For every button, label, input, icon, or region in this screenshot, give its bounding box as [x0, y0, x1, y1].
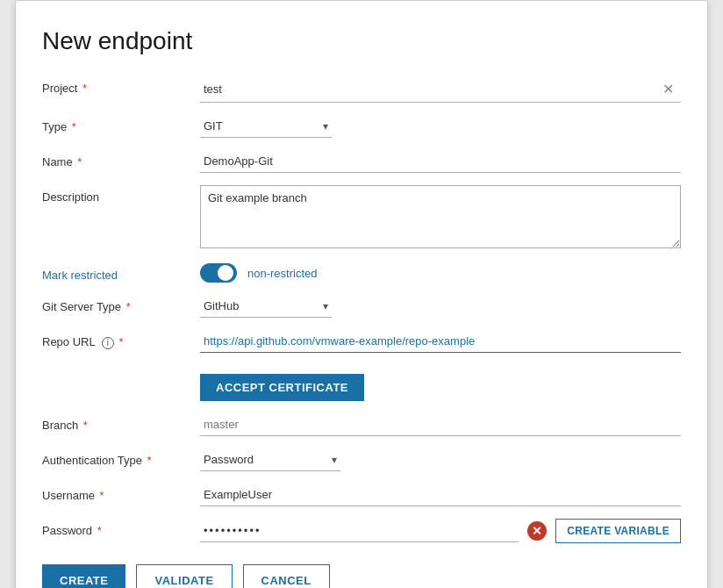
cancel-button[interactable]: CANCEL: [243, 564, 330, 588]
password-error-icon: ✕: [527, 521, 547, 541]
username-control: [200, 484, 681, 506]
mark-restricted-control: non-restricted: [200, 263, 681, 283]
repo-url-control: [200, 330, 681, 353]
password-control: ✕ CREATE VARIABLE: [200, 519, 681, 543]
username-label: Username *: [42, 484, 200, 502]
form-actions: CREATE VALIDATE CANCEL: [42, 564, 681, 588]
git-server-select-wrap: GitHub GitLab Bitbucket Other ▾: [200, 295, 332, 318]
type-control: GIT SVN FTP SSH ▾: [200, 115, 681, 138]
project-control: ✕: [200, 76, 681, 103]
branch-label: Branch *: [42, 413, 200, 432]
type-select[interactable]: GIT SVN FTP SSH: [204, 119, 323, 133]
auth-type-row: Authentication Type * Password Token SSH…: [42, 448, 681, 471]
create-variable-button[interactable]: CREATE VARIABLE: [555, 519, 681, 543]
type-select-wrap: GIT SVN FTP SSH ▾: [200, 115, 332, 138]
git-server-type-select[interactable]: GitHub GitLab Bitbucket Other: [204, 299, 323, 312]
type-select-arrow-icon: ▾: [323, 120, 328, 133]
restricted-toggle[interactable]: [200, 263, 237, 283]
type-label: Type *: [42, 115, 200, 133]
project-row: Project * ✕: [42, 76, 681, 103]
mark-restricted-label: Mark restricted: [42, 263, 200, 282]
branch-input[interactable]: [200, 413, 681, 436]
repo-url-input[interactable]: [200, 330, 681, 353]
username-input[interactable]: [200, 484, 681, 506]
description-textarea[interactable]: Git example branch: [200, 185, 681, 248]
project-clear-button[interactable]: ✕: [659, 81, 677, 97]
dialog-title: New endpoint: [42, 27, 681, 55]
validate-button[interactable]: VALIDATE: [136, 564, 232, 588]
password-label: Password *: [42, 519, 200, 537]
repo-url-info-icon: i: [102, 337, 114, 349]
accept-cert-row: ACCEPT CERTIFICATE: [42, 365, 681, 401]
accept-certificate-button[interactable]: ACCEPT CERTIFICATE: [200, 374, 364, 401]
repo-url-label: Repo URL i *: [42, 330, 200, 349]
git-server-type-control: GitHub GitLab Bitbucket Other ▾: [200, 295, 681, 318]
mark-restricted-row: Mark restricted non-restricted: [42, 263, 681, 283]
auth-type-select[interactable]: Password Token SSH Key: [204, 453, 332, 466]
new-endpoint-dialog: New endpoint Project * ✕ Type * GIT SVN …: [15, 0, 708, 588]
username-row: Username *: [42, 484, 681, 506]
auth-type-label: Authentication Type *: [42, 448, 200, 467]
git-server-type-label: Git Server Type *: [42, 295, 200, 313]
project-input[interactable]: [204, 82, 659, 96]
type-row: Type * GIT SVN FTP SSH ▾: [42, 115, 681, 138]
branch-row: Branch *: [42, 413, 681, 436]
git-server-type-row: Git Server Type * GitHub GitLab Bitbucke…: [42, 295, 681, 318]
project-label: Project *: [42, 76, 200, 95]
name-input[interactable]: [200, 150, 681, 173]
auth-type-control: Password Token SSH Key ▾: [200, 448, 681, 471]
auth-type-select-wrap: Password Token SSH Key ▾: [200, 448, 340, 471]
project-input-wrap: ✕: [200, 76, 681, 103]
toggle-row: non-restricted: [200, 263, 681, 283]
password-row: Password * ✕ CREATE VARIABLE: [42, 519, 681, 543]
description-label: Description: [42, 185, 200, 204]
name-row: Name *: [42, 150, 681, 173]
create-button[interactable]: CREATE: [42, 564, 125, 588]
name-label: Name *: [42, 150, 200, 169]
branch-control: [200, 413, 681, 436]
auth-type-select-arrow-icon: ▾: [332, 454, 337, 466]
toggle-slider: [200, 263, 237, 283]
toggle-status-text: non-restricted: [247, 267, 317, 280]
password-row-inner: ✕ CREATE VARIABLE: [200, 519, 681, 543]
description-control: Git example branch: [200, 185, 681, 251]
password-input[interactable]: [204, 524, 515, 537]
git-server-select-arrow-icon: ▾: [323, 300, 328, 312]
repo-url-row: Repo URL i *: [42, 330, 681, 353]
password-input-wrap: [200, 520, 519, 542]
description-row: Description Git example branch: [42, 185, 681, 251]
name-control: [200, 150, 681, 173]
